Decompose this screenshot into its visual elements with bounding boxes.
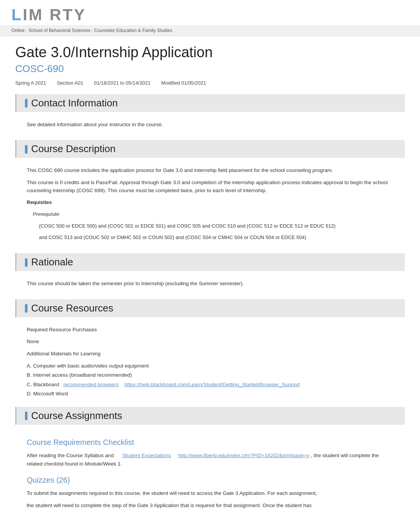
student-expectations-link[interactable]: Student Expectations (122, 453, 171, 458)
rationale-section-icon: ▐ (23, 259, 27, 266)
course-modified: Modified 01/05/2021 (161, 80, 206, 86)
description-section-title: Course Description (31, 143, 116, 155)
description-section-icon: ▐ (23, 146, 27, 153)
required-value: None (27, 337, 393, 346)
blackboard-link[interactable]: recommended browsers (63, 382, 119, 387)
blackboard-link-url[interactable]: https://help.blackboard.com/Learn/Studen… (124, 382, 300, 387)
material-item-a: A. Computer with basic audio/video outpu… (27, 362, 393, 370)
course-code: COSC-690 (15, 63, 405, 75)
description-section-header: ▐ Course Description (15, 140, 405, 158)
student-expectations-url[interactable]: http://www.liberty.edu/index.cfm?PID=182… (178, 453, 309, 458)
prerequisite-label: Prerequisite (33, 210, 393, 218)
resources-section-header: ▐ Course Resources (15, 299, 405, 317)
contact-body-text: See detailed information about your inst… (27, 120, 393, 129)
logo-container: LIM RTY (0, 0, 420, 25)
course-section: Section A01 (57, 80, 83, 86)
required-label: Required Resource Purchases (27, 326, 393, 334)
quizzes-text-line2: the student will need to complete the st… (27, 501, 393, 510)
material-item-d: D. Microsoft Word (27, 390, 393, 398)
rationale-section-body: This course should be taken the semester… (15, 276, 405, 299)
requisites-label: Requisites (27, 199, 393, 207)
description-section-body: This COSC 690 course includes the applic… (15, 163, 405, 253)
checklist-text: After reading the Course Syllabus and St… (27, 451, 393, 468)
rationale-body-text: This course should be taken the semester… (27, 279, 393, 288)
contact-section-body: See detailed information about your inst… (15, 117, 405, 140)
material-item-b: B. Internet access (broadband recommende… (27, 371, 393, 379)
breadcrumb: Online · School of Behavioral Sciences ·… (0, 25, 420, 36)
checklist-subtitle: Course Requirements Checklist (27, 436, 393, 448)
material-item-c: C. Blackboard recommended browsers https… (27, 381, 393, 389)
additional-label: Additional Materials for Learning (27, 350, 393, 358)
resources-section-icon: ▐ (23, 305, 27, 311)
quizzes-subtitle: Quizzes (26) (27, 474, 393, 486)
prereq-text-line1: (COSC 500 or EDCE 500) and (COSC 501 or … (39, 222, 393, 230)
logo: LIM RTY (11, 7, 409, 23)
main-content: Gate 3.0/Internship Application COSC-690… (0, 36, 420, 525)
contact-section-header: ▐ Contact Information (15, 94, 405, 112)
resources-section-body: Required Resource Purchases None Additio… (15, 323, 405, 407)
rationale-section-title: Rationale (31, 256, 73, 268)
breadcrumb-school: School of Behavioral Sciences (29, 28, 90, 33)
assignments-section-header: ▐ Course Assignments (15, 407, 405, 425)
prereq-text-line2: and COSC 513 and (COUC 502 or CMHC 502 o… (39, 234, 393, 242)
course-dates: 01/18/2021 to 05/14/2021 (94, 80, 150, 86)
assignments-section-body: Course Requirements Checklist After read… (15, 430, 405, 521)
resources-section-title: Course Resources (31, 302, 113, 314)
description-body-line1: This COSC 690 course includes the applic… (27, 166, 393, 175)
quizzes-text-line1: To submit the assignments required in th… (27, 489, 393, 498)
checklist-text-before: After reading the Course Syllabus and (27, 453, 114, 458)
materials-list: A. Computer with basic audio/video outpu… (27, 362, 393, 398)
course-term: Spring A 2021 (15, 80, 46, 86)
breadcrumb-online: Online (11, 28, 25, 33)
contact-section-icon: ▐ (23, 100, 27, 106)
assignments-section-title: Course Assignments (31, 410, 122, 422)
breadcrumb-department: Counselor Education & Family Studies (94, 28, 172, 33)
rationale-section-header: ▐ Rationale (15, 253, 405, 271)
description-body-line2: This course is 0 credits and is Pass/Fai… (27, 178, 393, 195)
course-meta: Spring A 2021 Section A01 01/18/2021 to … (15, 80, 405, 86)
assignments-section-icon: ▐ (23, 412, 27, 419)
page-title: Gate 3.0/Internship Application (15, 44, 405, 61)
contact-section-title: Contact Information (31, 97, 118, 109)
